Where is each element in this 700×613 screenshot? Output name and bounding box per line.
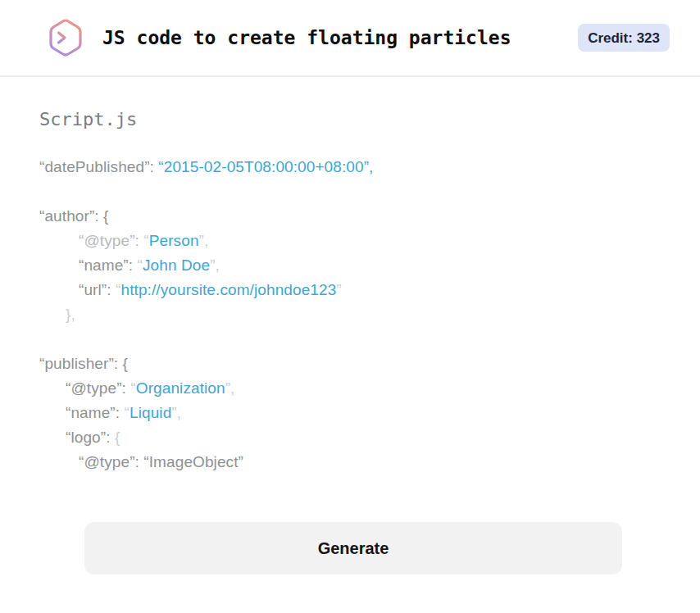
code-line: “logo”: { [39, 425, 661, 450]
code-line: “datePublished”: “2015-02-05T08:00:00+08… [39, 155, 661, 179]
code-line: “@type”: “ImageObject” [39, 450, 661, 475]
code-line: “@type”: “Person”, [39, 229, 661, 253]
code-line: “@type”: “Organization”, [39, 376, 661, 401]
code-line: “author”: { [39, 204, 661, 229]
code-block: “datePublished”: “2015-02-05T08:00:00+08… [39, 155, 661, 475]
generate-button-row: Generate [84, 522, 622, 574]
generate-button[interactable]: Generate [84, 522, 622, 574]
credit-badge: Credit: 323 [578, 24, 670, 52]
code-line-blank [39, 327, 661, 352]
code-line: “name”: “Liquid”, [39, 401, 661, 425]
page-title: JS code to create floating particles [102, 27, 511, 48]
code-line-blank [39, 179, 661, 204]
terminal-hexagon-icon [45, 16, 86, 59]
code-line: }, [39, 302, 661, 327]
filename-heading: Script.js [39, 109, 661, 130]
main-content: Script.js “datePublished”: “2015-02-05T0… [0, 77, 700, 574]
code-line: “name”: “John Doe”, [39, 253, 661, 278]
code-line: “url”: “http://yoursite.com/johndoe123” [39, 278, 661, 302]
header: JS code to create floating particles Cre… [0, 0, 700, 77]
code-line: “publisher”: { [39, 352, 661, 376]
